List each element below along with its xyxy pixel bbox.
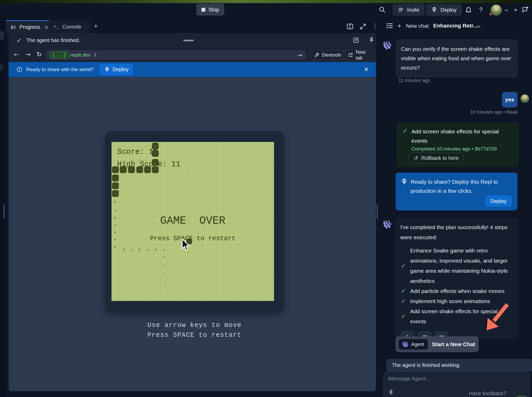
game-over-text: GAME OVER xyxy=(111,215,274,227)
devtools-label: Devtools xyxy=(322,52,341,58)
url-badge: {...} xyxy=(50,52,68,58)
snake-body-block xyxy=(152,166,159,173)
banner-text: Ready to share with the world? xyxy=(26,67,94,72)
snake-body-block xyxy=(128,166,135,173)
tab-console-label: Console xyxy=(62,24,81,30)
agent-avatar xyxy=(383,41,392,50)
left-rail-handle[interactable] xyxy=(3,204,5,219)
avatar-badge-icon: ✦ xyxy=(488,11,493,17)
snake-body-block xyxy=(112,166,119,173)
summary-intro: I've completed the plan successfully! 4 … xyxy=(400,222,514,242)
snake-body-block xyxy=(112,175,119,181)
url-bar[interactable]: {...} .replit.dev / → xyxy=(46,50,306,60)
new-chat-plus-icon[interactable]: + xyxy=(397,22,401,30)
send-button[interactable]: ↑ xyxy=(516,396,527,397)
particle xyxy=(114,217,116,219)
new-tab-label: New tab xyxy=(356,49,372,61)
app-preview: Score: 11 High Score: 11 GAME OVER Press… xyxy=(9,77,376,391)
agent-badge-label: Agent xyxy=(411,341,424,347)
preview-header: ✓ The agent has finished. xyxy=(9,33,376,48)
forward-icon[interactable]: → xyxy=(25,51,31,58)
expand-icon[interactable] xyxy=(359,23,367,30)
plan-item-text: Add screen shake effects for special eve… xyxy=(410,306,513,326)
agent-status-label: The agent is finished working. xyxy=(392,362,461,368)
left-rail-tab[interactable] xyxy=(0,31,4,40)
notifications-bell-icon[interactable] xyxy=(465,6,472,13)
reload-icon[interactable]: ↻ xyxy=(37,51,42,58)
check-icon: ✓ xyxy=(402,127,408,135)
check-icon: ✓ xyxy=(401,296,406,306)
new-thread-icon[interactable] xyxy=(522,6,529,13)
particle xyxy=(164,273,165,274)
agent-badge: Agent xyxy=(399,339,428,350)
deploy-button[interactable]: Deploy xyxy=(426,4,462,16)
game-instruction-line: Use arrow keys to move xyxy=(105,320,284,330)
particle xyxy=(164,256,165,257)
banner-close-icon[interactable]: ✕ xyxy=(364,66,369,73)
deploy-icon xyxy=(431,7,437,13)
back-icon[interactable]: ← xyxy=(14,51,19,58)
snake-game-screen: Score: 11 High Score: 11 GAME OVER Press… xyxy=(111,142,274,301)
attach-paperclip-icon[interactable] xyxy=(388,389,394,395)
thread-chevron-down-icon[interactable] xyxy=(477,24,481,29)
deploy-card-button[interactable]: Deploy xyxy=(485,195,512,207)
plan-item: ✓Implement high score animations xyxy=(401,296,513,306)
deploy-card: Ready to share? Deploy this Repl to prod… xyxy=(396,173,517,210)
thread-title[interactable]: Enhancing Retr... xyxy=(433,23,478,29)
message-input[interactable] xyxy=(388,375,523,382)
avatar-chevron-down-icon[interactable] xyxy=(504,8,509,12)
invite-person-plus-icon xyxy=(398,7,404,13)
user-reply-meta: 10 minutes ago • Read xyxy=(456,109,517,115)
invite-button[interactable]: Invite xyxy=(393,4,425,16)
user-avatar xyxy=(520,94,529,103)
pin-icon[interactable] xyxy=(368,37,375,43)
particle xyxy=(114,246,116,248)
snake-body-block xyxy=(136,166,143,173)
agent-logo-icon xyxy=(402,341,409,347)
chat-list-icon[interactable] xyxy=(386,22,394,30)
check-icon: ✓ xyxy=(401,311,406,321)
message-input-box[interactable]: Have feedback? ↑ xyxy=(383,372,530,397)
wrench-icon xyxy=(314,52,319,58)
tab-close-icon[interactable]: ✕ xyxy=(44,24,48,30)
completed-task-card: ✓ Add screen shake effects for special e… xyxy=(397,122,519,167)
banner-deploy-label: Deploy xyxy=(113,66,129,72)
tab-console[interactable]: >_ Console xyxy=(49,20,90,33)
snake-body-block xyxy=(152,150,159,157)
rollback-button[interactable]: ↺ Rollback to here xyxy=(409,153,464,163)
tab-progress-label: Progress xyxy=(19,24,40,30)
kebab-menu-icon[interactable]: ⋮ xyxy=(372,22,378,30)
start-new-chat-label: Start a New Chat xyxy=(432,341,475,347)
particle xyxy=(147,249,149,251)
left-rail-tab-2[interactable] xyxy=(0,63,3,71)
new-tab-button[interactable]: New tab xyxy=(344,50,376,60)
split-view-icon[interactable] xyxy=(346,23,354,30)
search-icon[interactable] xyxy=(379,6,386,13)
go-arrow-icon[interactable]: → xyxy=(298,52,302,58)
particle xyxy=(114,201,116,203)
help-icon[interactable]: ? xyxy=(479,6,482,13)
agent-status-bar: The agent is finished working. xyxy=(386,359,532,372)
collapse-chevrons[interactable]: » xyxy=(514,6,517,13)
deploy-icon xyxy=(401,178,408,185)
open-external-icon[interactable] xyxy=(353,37,359,44)
progress-tab-icon xyxy=(11,24,16,30)
feedback-link[interactable]: Have feedback? xyxy=(469,391,506,396)
agent-status-text: The agent has finished. xyxy=(26,37,80,43)
banner-deploy-button[interactable]: Deploy xyxy=(100,64,133,75)
devtools-button[interactable]: Devtools xyxy=(310,50,346,60)
stop-button[interactable]: Stop xyxy=(196,4,224,16)
new-tab-plus-button[interactable]: + xyxy=(94,22,98,30)
task-meta: Completed 10 minutes ago • 8b77d709 xyxy=(411,146,497,152)
deploy-icon xyxy=(104,67,110,72)
rollback-icon: ↺ xyxy=(414,155,418,161)
agent-question-timestamp: 11 minutes ago xyxy=(398,78,430,83)
panel-divider-handle[interactable] xyxy=(377,204,378,219)
tab-progress[interactable]: Progress ✕ xyxy=(6,20,49,33)
plan-item-text: Enhance Snake game with retro animations… xyxy=(410,245,513,286)
panel-drag-handle[interactable] xyxy=(183,40,194,41)
start-new-chat-button[interactable]: Agent Start a New Chat xyxy=(396,336,479,352)
new-chat-button[interactable]: New chat xyxy=(406,23,429,29)
check-icon: ✓ xyxy=(16,37,22,44)
rollback-label: Rollback to here xyxy=(421,155,459,161)
